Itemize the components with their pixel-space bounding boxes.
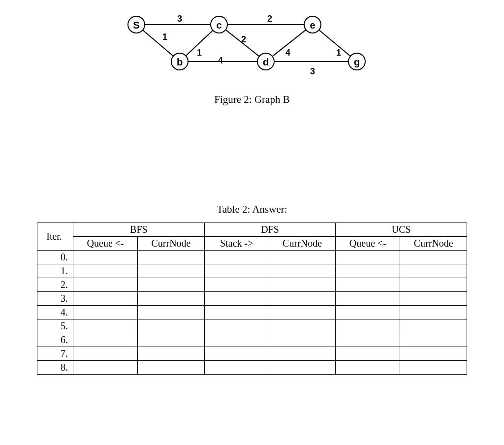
iter-cell: 5. (37, 319, 73, 333)
data-cell (400, 306, 467, 319)
data-cell (400, 319, 467, 333)
node-e: e (304, 16, 321, 33)
document-page: Scebdg 311422431 Figure 2: Graph B Table… (0, 0, 504, 445)
data-cell (336, 264, 400, 278)
table-caption: Table 2: Answer: (0, 203, 504, 216)
table-row: 1. (37, 264, 467, 278)
iter-header: Iter. (37, 223, 73, 251)
edge-weight-b-d: 4 (218, 56, 223, 66)
data-cell (336, 306, 400, 319)
data-cell (336, 251, 400, 264)
data-cell (269, 278, 335, 292)
edge-weight-s-b: 1 (162, 32, 167, 42)
data-cell (73, 319, 138, 333)
data-cell (73, 264, 138, 278)
data-cell (138, 264, 204, 278)
data-cell (73, 361, 138, 375)
figure-caption: Figure 2: Graph B (0, 94, 504, 106)
data-cell (204, 333, 269, 347)
data-cell (400, 251, 467, 264)
node-c: c (210, 16, 228, 33)
graph-b: Scebdg 311422431 (121, 10, 381, 79)
data-cell (73, 278, 138, 292)
dfs-stack-header: Stack -> (204, 237, 269, 251)
data-cell (138, 278, 204, 292)
data-cell (204, 292, 269, 306)
data-cell (400, 278, 467, 292)
data-cell (269, 319, 335, 333)
ucs-queue-header: Queue <- (336, 237, 400, 251)
iter-cell: 2. (37, 278, 73, 292)
data-cell (269, 306, 335, 319)
data-cell (138, 306, 204, 319)
iter-cell: 7. (37, 347, 73, 361)
table-row: 4. (37, 306, 467, 319)
iter-cell: 4. (37, 306, 73, 319)
edge-e-g (319, 31, 350, 56)
graph-edges (121, 10, 381, 79)
edge-weight-b-c: 1 (197, 48, 202, 58)
bfs-currnode-header: CurrNode (138, 237, 204, 251)
dfs-header: DFS (204, 223, 336, 237)
data-cell (269, 347, 335, 361)
data-cell (73, 347, 138, 361)
table-row: 0. (37, 251, 467, 264)
data-cell (204, 278, 269, 292)
data-cell (138, 333, 204, 347)
data-cell (73, 306, 138, 319)
edge-s-b (143, 31, 173, 56)
edge-weight-c-e: 2 (267, 14, 272, 24)
data-cell (336, 319, 400, 333)
data-cell (269, 361, 335, 375)
data-cell (269, 251, 335, 264)
bfs-queue-header: Queue <- (73, 237, 138, 251)
edge-weight-c-d: 2 (241, 34, 246, 45)
data-cell (400, 347, 467, 361)
dfs-currnode-header: CurrNode (269, 237, 335, 251)
node-s: S (127, 16, 145, 33)
data-cell (269, 264, 335, 278)
node-d: d (257, 53, 275, 70)
data-cell (138, 292, 204, 306)
data-cell (336, 361, 400, 375)
table-row: 3. (37, 292, 467, 306)
table-row: 7. (37, 347, 467, 361)
iter-cell: 3. (37, 292, 73, 306)
ucs-header: UCS (336, 223, 467, 237)
data-cell (400, 333, 467, 347)
data-cell (204, 361, 269, 375)
table-sub-header-row: Queue <- CurrNode Stack -> CurrNode Queu… (37, 237, 467, 251)
iter-cell: 0. (37, 251, 73, 264)
edge-weight-e-g: 1 (336, 48, 341, 58)
data-cell (400, 361, 467, 375)
node-b: b (171, 53, 189, 70)
data-cell (269, 292, 335, 306)
data-cell (336, 292, 400, 306)
edge-weight-s-c: 3 (177, 14, 182, 24)
data-cell (73, 292, 138, 306)
data-cell (204, 306, 269, 319)
data-cell (269, 333, 335, 347)
data-cell (400, 292, 467, 306)
data-cell (138, 361, 204, 375)
data-cell (204, 319, 269, 333)
iter-cell: 6. (37, 333, 73, 347)
ucs-currnode-header: CurrNode (400, 237, 467, 251)
data-cell (336, 347, 400, 361)
table-group-header-row: Iter. BFS DFS UCS (37, 223, 467, 237)
data-cell (204, 264, 269, 278)
answer-table: Iter. BFS DFS UCS Queue <- CurrNode Stac… (37, 222, 467, 375)
edge-weight-d-e: 4 (285, 48, 290, 58)
edge-weight-d-g: 3 (310, 66, 315, 77)
table-row: 6. (37, 333, 467, 347)
data-cell (204, 251, 269, 264)
iter-cell: 8. (37, 361, 73, 375)
iter-cell: 1. (37, 264, 73, 278)
data-cell (138, 251, 204, 264)
table-row: 2. (37, 278, 467, 292)
data-cell (73, 251, 138, 264)
table-row: 5. (37, 319, 467, 333)
data-cell (138, 319, 204, 333)
data-cell (138, 347, 204, 361)
data-cell (336, 333, 400, 347)
